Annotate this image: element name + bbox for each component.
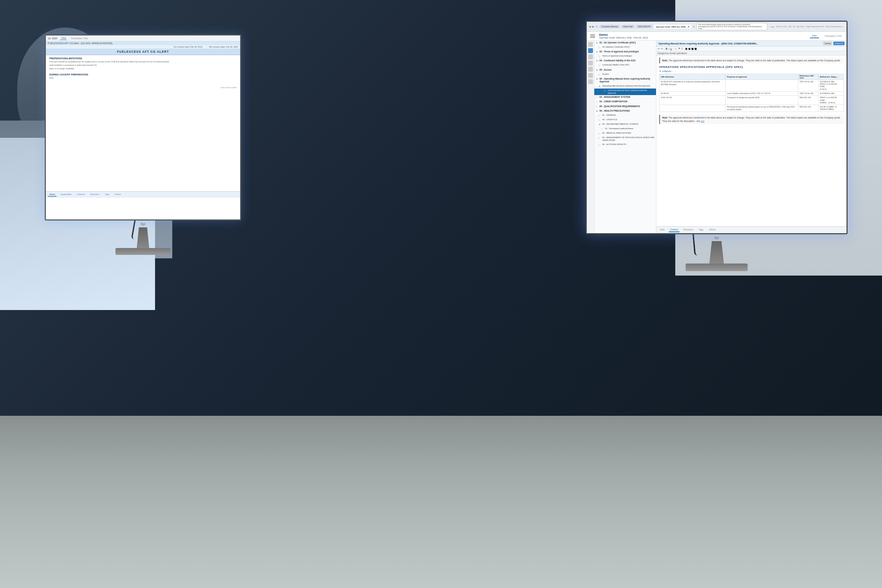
check-in-button[interactable]: Check In (833, 42, 844, 45)
toolbar-flag-icon: ⚑ (678, 47, 681, 50)
right-tree-tab[interactable]: Tree (810, 34, 819, 38)
tree-expand-06: ▼ (596, 78, 598, 81)
tree-item-04-crew[interactable]: □ 04 - CREW COMPOSITION (594, 99, 656, 104)
bottom-tab-others[interactable]: Others (708, 228, 717, 232)
browser-bar: ◀ ▶ ↻ Company Manual Demo Tab DDA-ARCPP … (587, 22, 846, 32)
cancel-button[interactable]: Cancel (823, 42, 832, 45)
tab-tags[interactable]: Tags (104, 192, 111, 197)
tree-item-general[interactable]: □ 01 - GENERAL (594, 113, 656, 118)
tab-applicability[interactable]: Applicability (59, 192, 73, 197)
left-monitor-stand (133, 227, 153, 248)
tree-expand-04-crew: □ (596, 100, 598, 104)
toolbar-italic[interactable]: I (668, 48, 669, 50)
browser-tab-company[interactable]: Company Manual (600, 25, 620, 28)
tree-expand-05-qual: □ (596, 105, 598, 108)
left-date-text: 10, 2020 (48, 37, 57, 40)
bookmark-nav: ☆ Nav (769, 26, 774, 28)
nav-icon-3[interactable] (588, 54, 593, 59)
cell-air-oms-3: NIN 041.101 (798, 96, 818, 105)
nav-icon-5[interactable] (588, 67, 593, 72)
nav-icon-6[interactable] (588, 73, 593, 78)
browser-tab-demo[interactable]: Demo Tab (621, 25, 634, 28)
left-screen-content: 10, 2020 Tree Translation Tree FUELEXCES… (46, 36, 240, 219)
tree-item-medical-precautions[interactable]: □ 04 - MEDICAL PRECAUTIONS (594, 131, 656, 136)
monitor-left: 10, 2020 Tree Translation Tree FUELEXCES… (45, 34, 241, 248)
tree-expand-validity: □ (598, 64, 601, 67)
browser-tab-operator[interactable]: Operator Draft: OMA ALL NVB... ✕ (654, 25, 692, 28)
tree-item-05-qual[interactable]: □ 05 - QUALIFICATION REQUIREMENTS (594, 104, 656, 109)
tab-revisions[interactable]: Revisions (89, 192, 100, 197)
tree-item-06-health[interactable]: ▼ 06 - HEALTH PRECAUTIONS (594, 109, 656, 113)
section-title-2: DURING COCKPIT PREPARATION (49, 74, 237, 76)
tree-item-altitude[interactable]: □ 06 - ALTITUDE EFFECTS (594, 142, 656, 147)
content-toolbar-secondary: Dangerous Goods operations (656, 51, 846, 56)
toolbar-divider-3: | (684, 47, 684, 50)
browser-back[interactable]: ◀ (589, 25, 591, 28)
table-row: At 08.04 Low Visibility Operations (LVO)… (659, 91, 844, 96)
browser-address-bar[interactable]: mls.test.dotmanage-authoring.nonprod.rac… (696, 23, 767, 30)
bottom-tabs: View Content Revisions Tags Others (656, 226, 846, 233)
tree-item-lifestyle[interactable]: □ 02 - LIFESTYLE (594, 118, 656, 122)
col-header-om-ref: OM reference (659, 74, 726, 80)
note-label-1: Note: (662, 59, 668, 62)
nav-icon-7[interactable] (588, 79, 593, 84)
tree-item-aoc[interactable]: □ Air Operator Certificate (AOC) (594, 45, 656, 50)
tree-item-decreased-fitness[interactable]: □ 01 - Decreased medical fitness (594, 127, 656, 131)
nav-icon-4[interactable] (588, 61, 593, 66)
tree-expand-altitude: □ (598, 143, 601, 146)
nav-icon-2[interactable] (588, 48, 593, 53)
tree-item-psych[interactable]: □ 05 - MANAGEMENT OF PSYCHOLOGICAL RISKS… (594, 136, 656, 142)
right-monitor-base (686, 264, 748, 271)
tree-item-opman[interactable]: ▼ Operating Manual items requiring Autho… (594, 84, 656, 88)
cell-purpose-4: Permanent operational authorization to u… (726, 105, 798, 112)
tree-item-06-opman[interactable]: ▼ 06 - Operating Manual items requiring … (594, 77, 656, 84)
tree-item-03-mgmt[interactable]: □ 03 - MANAGEMENT SYSTEM (594, 95, 656, 99)
toolbar-bold[interactable]: B (666, 48, 668, 50)
left-tree-tab[interactable]: Tree (60, 36, 67, 40)
tree-expand-03: ▼ (596, 50, 598, 53)
content-header: Operating Manual Items requiring Authori… (656, 40, 846, 46)
bottom-tab-content[interactable]: Content (669, 228, 680, 232)
new-tab-button[interactable]: + (693, 25, 695, 28)
note-box-2: Note: The approval references mentioned … (659, 115, 844, 124)
col-header-purpose: Purpose of approval (726, 74, 798, 80)
tree-item-02-aoc[interactable]: ▼ 02 - Air Operator Certificate (AOC) (594, 40, 656, 45)
tree-item-medical-fitness[interactable]: ▼ 03 - DECREASED MEDICAL FITNESS (594, 122, 656, 127)
nav-icon-1[interactable] (588, 42, 593, 47)
toolbar-undo[interactable]: ↩ (658, 48, 660, 50)
note-text-1: The approval references mentioned in the… (668, 59, 840, 62)
section-title-1: PREPARATION/LIMITATIONS (49, 57, 237, 60)
tree-item-opman-selected[interactable]: □ Operating Manual Items requiring Autho… (594, 88, 656, 95)
browser-forward[interactable]: ▶ (592, 25, 594, 28)
tab-others[interactable]: Others (113, 192, 122, 197)
content-header-text: Operating Manual Items requiring Authori… (658, 42, 758, 45)
right-hp-logo: hp (586, 234, 848, 241)
toolbar-redo[interactable]: ↪ (661, 48, 663, 50)
right-translation-tab[interactable]: Translation Tree (822, 34, 844, 38)
tree-item-terms[interactable]: □ Terms of approval and privileges (594, 54, 656, 58)
bookmark-se: Se (793, 26, 795, 27)
browser-tab-dda[interactable]: DDA-ARCPP (636, 25, 652, 28)
left-translation-tab[interactable]: Translation Tree (70, 37, 89, 40)
bottom-tab-revisions[interactable]: Revisions (682, 228, 694, 232)
bottom-tab-tags[interactable]: Tags (698, 228, 705, 232)
browser-refresh[interactable]: ↻ (596, 25, 598, 28)
tree-expand-lifestyle: □ (598, 118, 601, 122)
left-breadcrumb: FUELEXCESS AFT CG Alert - (DU-SOL-000081… (46, 41, 240, 45)
tree-item-validity[interactable]: □ Continued Validity of the AOC (594, 63, 656, 68)
tree-expand-opman-selected: □ (604, 89, 607, 92)
tree-item-03-terms[interactable]: ▼ 03 - Terms of approval and privileges (594, 50, 656, 54)
tree-item-access[interactable]: □ Access (594, 72, 656, 77)
toolbar-underline[interactable]: U (670, 48, 672, 50)
app-nav-icons (590, 34, 596, 39)
table-row: At 08.03 §71 Operations in reduced verti… (659, 80, 844, 92)
bottom-tab-view[interactable]: View (658, 228, 666, 232)
monitor-right: ◀ ▶ ↻ Company Manual Demo Tab DDA-ARCPP … (586, 21, 848, 262)
tree-item-05-access[interactable]: ▼ 05 - Access (594, 68, 656, 72)
bookmark-file: File (788, 26, 792, 27)
tree-item-04-validity[interactable]: ▼ 04 - Continued Validity of the AOC (594, 58, 656, 63)
collapsible-row[interactable]: ▼ collapses... (659, 70, 844, 72)
cell-om-ref-2: At 08.04 (659, 91, 726, 96)
tab-instance[interactable]: Instance (76, 192, 87, 197)
tab-status[interactable]: Status (48, 192, 57, 197)
